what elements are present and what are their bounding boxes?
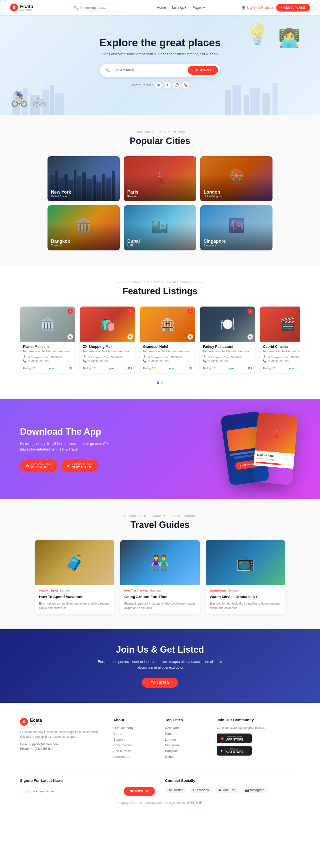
email-icon: ✉️ (25, 789, 29, 793)
listing-close-button[interactable]: ✕ (248, 309, 253, 314)
listing-card-hotel[interactable]: 🏨 ✕ 🔖 Grandsol Hotel Best relocation fac… (140, 307, 195, 373)
footer-link-addplace[interactable]: Add a Place (113, 749, 155, 753)
listing-title: Planet Museum (23, 345, 72, 349)
footer-link-career[interactable]: Carrer (113, 732, 155, 736)
svg-rect-11 (273, 83, 278, 115)
listing-rating: Rating 4.7 (203, 367, 215, 370)
cities-section-tag: Find Things The Easier Way (20, 130, 300, 134)
listing-desc: Best relocation facilities with welcome (23, 350, 72, 353)
hero-figure-bike-woman: 🚴‍♀️ (10, 90, 29, 108)
facebook-icon[interactable]: f (164, 82, 171, 89)
listing-desc: Best relocation facilities with welcome (143, 350, 192, 353)
listing-footer: Rating 4.7 open $$$ (83, 365, 132, 370)
message-icon[interactable]: 💬 (173, 82, 180, 89)
listing-body: Grandsol Hotel Best relocation facilitie… (140, 342, 195, 373)
listing-fav-button[interactable]: 🔖 (248, 334, 253, 340)
listing-close-button[interactable]: ✕ (128, 309, 133, 314)
footer-link-howworks[interactable]: How It Works (113, 743, 155, 747)
footer-link-disclaimers[interactable]: Disclaimers (113, 755, 155, 758)
svg-rect-7 (233, 85, 241, 115)
footer-city-ny[interactable]: New York (165, 726, 207, 730)
city-card-paris[interactable]: 🗼 Paris France (124, 156, 196, 202)
listing-card-restaurant[interactable]: 🍽️ ✕ 🔖 Fadisy Restaurant Best relocation… (200, 307, 255, 373)
footer-logo-icon: E (20, 718, 28, 726)
guide-author: Ben Jean (228, 589, 239, 592)
newsletter-email-input[interactable] (31, 789, 116, 793)
listing-card-mall[interactable]: 🛍️ ✕ 🔖 ZX Shopping Mall Best relocation … (80, 307, 135, 373)
guide-card-movies[interactable]: 📺 Entertainment Ben Jean Watch Movies Dr… (206, 540, 285, 614)
join-section: Join Us & Get Listed Eiusmod tempor inci… (0, 629, 320, 703)
eiffel-icon: 🗼 (255, 412, 298, 454)
svg-rect-4 (50, 85, 54, 115)
hero-search-button[interactable]: SEARCH (188, 66, 218, 74)
instagram-social-link[interactable]: 📷 Instagram (242, 786, 268, 794)
sign-in-link[interactable]: 👤 Sign in or Register (242, 6, 273, 9)
app-store-button[interactable]: ⏻ DOWNLOAD FROM APP STORE (20, 460, 58, 472)
play-store-button[interactable]: ▶ DOWNLOAD FROM PLAY STORE (62, 460, 98, 472)
footer-city-dubai[interactable]: Dubai (165, 755, 207, 758)
footer-play-store-label: Get it on PLAY STORE (225, 748, 244, 753)
add-place-button[interactable]: + ADD A PLACE (276, 4, 310, 11)
listing-body: ZX Shopping Mall Best relocation facilit… (80, 342, 135, 373)
nav-pages[interactable]: Pages ▾ (192, 5, 205, 9)
listing-fav-button[interactable]: 🔖 (187, 334, 193, 340)
guide-card-vacation[interactable]: 🧳 Vacation, Travel Ben Jean How To Spend… (35, 540, 114, 614)
city-country: Thailand (51, 244, 70, 247)
footer-app-store-button[interactable]: 🍎 Download on the APP STORE (217, 734, 252, 743)
listing-price: $$ (69, 367, 72, 370)
nav-listings[interactable]: Listings ▾ (172, 5, 186, 9)
footer-link-company[interactable]: Our Company (113, 726, 155, 730)
hero-popular: What's Popular 🐦 f 💬 🔖 (99, 82, 221, 89)
listing-card-cinema[interactable]: 🎬 ✕ 🔖 Caprid Cinema Best relocation faci… (260, 307, 300, 373)
listing-fav-button[interactable]: 🔖 (68, 334, 73, 340)
guide-excerpt: Eiusmod tempor incididunt ut labore et d… (124, 601, 195, 610)
logo[interactable]: E Ecata City Portal (10, 3, 33, 11)
footer-link-support[interactable]: Support (113, 738, 155, 741)
city-info: New York United States (51, 190, 71, 198)
facebook-social-link[interactable]: f Facebook (189, 786, 213, 794)
hero-content: Explore the great places Let's discover … (99, 37, 221, 89)
app-title: Download The App (20, 427, 120, 437)
listing-address: 📍 52 Simpson Road, NY 02003 (263, 355, 300, 359)
twitter-icon[interactable]: 🐦 (155, 82, 162, 89)
carousel-dot-1[interactable] (157, 381, 159, 384)
newsletter-subscribe-button[interactable]: SUBSCRIBE (124, 786, 155, 796)
city-card-bangkok[interactable]: 🏛️ Bangkok Thailand (47, 205, 120, 250)
nav-home[interactable]: Home (157, 5, 166, 9)
listing-close-button[interactable]: ✕ (187, 309, 193, 314)
guide-card-road-trip[interactable]: 👫 Road Trip, Traveling Ben Jean Going Ar… (120, 540, 200, 614)
listing-close-button[interactable]: ✕ (68, 309, 73, 314)
footer-play-store-button[interactable]: ▶ Get it on PLAY STORE (217, 746, 252, 755)
nav-search-bar[interactable]: 🔍 (70, 3, 120, 12)
nav-search-input[interactable] (80, 6, 115, 9)
city-card-dubai[interactable]: 🏙️ Dubai UAE (124, 205, 196, 250)
carousel-dot-2[interactable] (161, 381, 163, 384)
join-button[interactable]: TO LISTED (142, 678, 178, 688)
listing-footer: Rating 4.7 open $$ (263, 365, 300, 370)
city-card-london[interactable]: 🎡 London United Kingdom (200, 156, 273, 202)
newsletter-input-row: ✉️ SUBSCRIBE (20, 786, 155, 796)
city-info: London United Kingdom (204, 190, 223, 198)
bookmark-icon[interactable]: 🔖 (182, 82, 189, 89)
listing-phone: 📞 +1 (009) 236 985 (143, 360, 192, 363)
footer-city-bangkok[interactable]: Bangkok (165, 749, 207, 753)
city-info: Singapore Singapore (204, 239, 226, 247)
join-desc: Eiusmod tempor incididunt ut labore et d… (98, 659, 222, 670)
city-card-singapore[interactable]: 🌆 Singapore Singapore (200, 205, 273, 250)
city-name: Singapore (204, 239, 226, 244)
listing-fav-button[interactable]: 🔖 (128, 334, 133, 340)
listing-desc: Best relocation facilities with welcome (83, 350, 132, 353)
listing-image-museum: 🏛️ (20, 307, 75, 342)
footer-city-london[interactable]: London (165, 738, 207, 741)
guide-image-road-trip: 👫 (120, 540, 200, 585)
hero-search-input[interactable] (112, 68, 185, 72)
city-card-new-york[interactable]: New York United States (47, 156, 120, 202)
listing-card-museum[interactable]: 🏛️ ✕ 🔖 Planet Museum Best relocation fac… (20, 307, 75, 373)
twitter-social-link[interactable]: 🐦 Twitter (165, 786, 186, 794)
footer-city-singapore[interactable]: Singapore (165, 743, 207, 747)
listing-status: open (49, 367, 55, 370)
youtube-social-link[interactable]: ▶ YouTube (215, 786, 239, 794)
city-info: Paris France (127, 190, 138, 198)
footer-copyright-link[interactable]: 网页链接 (190, 801, 202, 805)
footer-city-paris[interactable]: Paris (165, 732, 207, 736)
